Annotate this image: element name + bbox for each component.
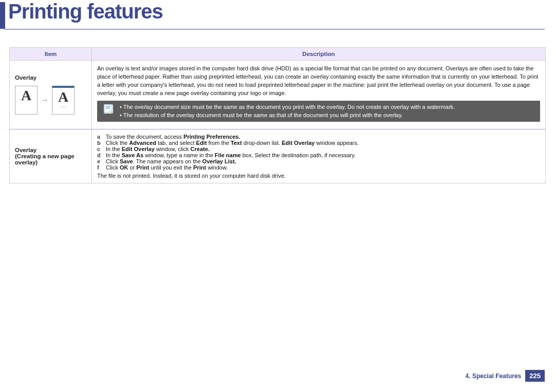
step-b-key: b xyxy=(97,140,104,146)
footer-section: 4. Special Features xyxy=(466,372,522,380)
title-underline xyxy=(4,29,545,30)
overlay-graphic-left-page: A xyxy=(15,86,38,115)
row-label-overlay: Overlay xyxy=(15,74,86,81)
step-d-key: d xyxy=(97,152,104,158)
overlay-create-steps: a To save the document, access Printing … xyxy=(97,134,540,171)
overlay-description-text: An overlay is text and/or images stored … xyxy=(97,65,540,98)
table-header-row: Item Description xyxy=(10,48,546,61)
header-row: Printing features xyxy=(0,0,555,29)
arrow-right-icon: → xyxy=(41,96,49,105)
step-d: d In the Save As window, type a name in … xyxy=(97,152,540,158)
svg-rect-3 xyxy=(106,108,109,109)
row-overlay-create: Overlay (Creating a new page overlay) a … xyxy=(10,129,546,183)
title-accent-bar xyxy=(0,2,5,29)
note-bullet-2: • The resolution of the overlay document… xyxy=(120,111,455,120)
svg-rect-1 xyxy=(106,106,110,107)
step-c: c In the Edit Overlay window, click Crea… xyxy=(97,146,540,152)
overlay-graphic-left-letter: A xyxy=(21,87,31,104)
step-c-key: c xyxy=(97,146,104,152)
overlay-graphic-microtext: ────────── xyxy=(60,105,67,109)
row-sublabel-overlay-create: (Creating a new page overlay) xyxy=(15,153,86,165)
th-item: Item xyxy=(10,48,92,61)
cell-overlay-desc: An overlay is text and/or images stored … xyxy=(92,61,546,129)
cell-overlay-create-item: Overlay (Creating a new page overlay) xyxy=(10,129,92,183)
footer-page-number: 225 xyxy=(525,370,545,382)
note-bullet-1: • The overlay document size must be the … xyxy=(120,103,455,111)
overlay-graphic-right-page: A ────────── xyxy=(52,86,75,115)
step-f: f Click OK or Print until you exit the P… xyxy=(97,164,540,171)
cell-overlay-create-desc: a To save the document, access Printing … xyxy=(92,129,546,183)
row-label-overlay2: Overlay xyxy=(15,147,86,153)
features-table: Item Description Overlay A → A ─────────… xyxy=(9,47,546,183)
step-a-key: a xyxy=(97,134,104,140)
row-overlay: Overlay A → A ────────── An overlay is t… xyxy=(10,61,546,129)
step-e-key: e xyxy=(97,158,104,164)
overlay-create-tail: The file is not printed. Instead, it is … xyxy=(97,173,540,179)
th-description: Description xyxy=(92,48,546,61)
note-band: • The overlay document size must be the … xyxy=(97,101,540,122)
page-title: Printing features xyxy=(8,0,163,23)
step-b: b Click the Advanced tab, and select Edi… xyxy=(97,140,540,146)
content-area: Item Description Overlay A → A ─────────… xyxy=(9,47,546,183)
cell-overlay-item: Overlay A → A ────────── xyxy=(10,61,92,129)
note-icon xyxy=(102,103,115,115)
overlay-graphic: A → A ────────── xyxy=(15,86,86,115)
note-bullets: • The overlay document size must be the … xyxy=(120,103,455,120)
step-a: a To save the document, access Printing … xyxy=(97,134,540,140)
overlay-graphic-right-letter: A xyxy=(58,89,68,105)
step-e: e Click Save. The name appears on the Ov… xyxy=(97,158,540,164)
svg-rect-2 xyxy=(106,107,110,108)
step-f-key: f xyxy=(97,164,104,171)
footer: 4. Special Features 225 xyxy=(466,370,545,382)
